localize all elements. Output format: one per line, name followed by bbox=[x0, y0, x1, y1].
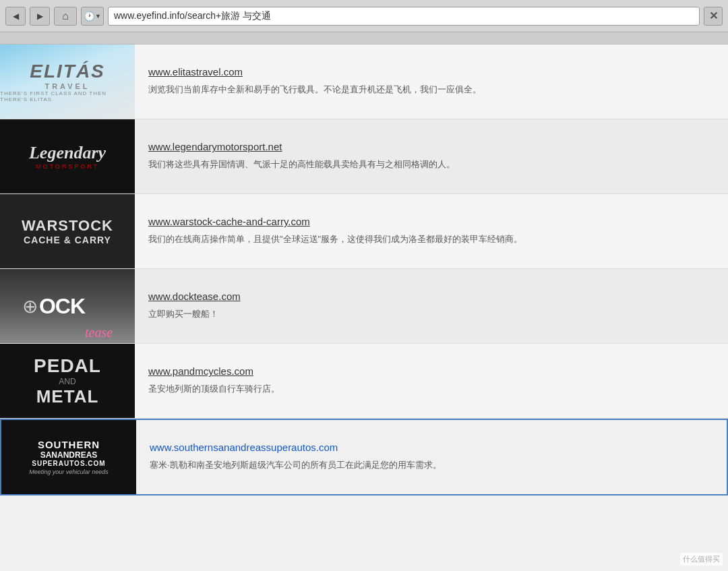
southern-line2: SANANDREAS bbox=[40, 450, 98, 460]
southern-content: www.southernsanandreassuperautos.com 塞米·… bbox=[136, 420, 727, 494]
pedal-text: PEDAL bbox=[34, 355, 101, 377]
elitas-logo-text: ELITÁS bbox=[30, 61, 105, 82]
southern-url[interactable]: www.southernsanandreassuperautos.com bbox=[150, 442, 713, 453]
elitas-desc: 浏览我们当前库存中全新和易手的飞行载具。不论是直升机还是飞机，我们一应俱全。 bbox=[148, 83, 715, 97]
elitas-travel-text: TRAVEL bbox=[44, 82, 90, 90]
logo-docktease: ⊕ OCK tease bbox=[0, 269, 135, 343]
logo-warstock: WARSTOCK CACHE & CARRY bbox=[0, 194, 135, 268]
legendary-desc: 我们将这些具有异国情调、气派十足的高性能载具卖给具有与之相同格调的人。 bbox=[148, 158, 715, 172]
docktease-url[interactable]: www.docktease.com bbox=[148, 291, 715, 302]
elitas-tagline: THERE'S FIRST CLASS AND THEN THERE'S ELI… bbox=[0, 90, 135, 102]
result-warstock: WARSTOCK CACHE & CARRY www.warstock-cach… bbox=[0, 194, 728, 269]
legendary-text: Legendary bbox=[29, 143, 106, 163]
elitas-content: www.elitastravel.com 浏览我们当前库存中全新和易手的飞行载具… bbox=[135, 44, 728, 119]
southern-line3: SUPERAUTOS.COM bbox=[32, 460, 105, 467]
result-legendary: Legendary MOTORSPORT www.legendarymotors… bbox=[0, 119, 728, 194]
dock-icon: ⊕ bbox=[22, 295, 38, 318]
forward-button[interactable]: ▶ bbox=[30, 7, 50, 26]
result-docktease: ⊕ OCK tease www.docktease.com 立即购买一艘船！ bbox=[0, 269, 728, 344]
close-button[interactable]: ✕ bbox=[704, 7, 723, 26]
southern-desc: 塞米·凯勒和南圣安地列斯超级汽车公司的所有员工在此满足您的用车需求。 bbox=[150, 458, 713, 473]
docktease-desc: 立即购买一艘船！ bbox=[148, 307, 715, 322]
pedal-and: AND bbox=[59, 377, 75, 386]
back-button[interactable]: ◀ bbox=[5, 7, 26, 26]
pedal-content: www.pandmcycles.com 圣安地列斯的顶级自行车骑行店。 bbox=[135, 344, 728, 418]
history-dropdown-icon: ▼ bbox=[95, 13, 101, 20]
history-icon: 🕐 bbox=[84, 11, 95, 22]
warstock-content: www.warstock-cache-and-carry.com 我们的在线商店… bbox=[135, 194, 728, 268]
legendary-url[interactable]: www.legendarymotorsport.net bbox=[148, 141, 715, 152]
address-bar[interactable] bbox=[108, 7, 700, 26]
logo-pedal: PEDAL AND METAL bbox=[0, 344, 135, 418]
result-pedal: PEDAL AND METAL www.pandmcycles.com 圣安地列… bbox=[0, 344, 728, 419]
elitas-url[interactable]: www.elitastravel.com bbox=[148, 66, 715, 78]
history-button[interactable]: 🕐 ▼ bbox=[81, 7, 104, 26]
result-southern: SOUTHERN SANANDREAS SUPERAUTOS.COM Meeti… bbox=[0, 419, 728, 495]
legendary-sub: MOTORSPORT bbox=[36, 163, 99, 170]
dock-text: OCK bbox=[39, 294, 85, 319]
logo-legendary: Legendary MOTORSPORT bbox=[0, 119, 135, 193]
legendary-content: www.legendarymotorsport.net 我们将这些具有异国情调、… bbox=[135, 119, 728, 193]
warstock-desc: 我们的在线商店操作简单，且提供"全球运送"服务，这使得我们成为洛圣都最好的装甲车… bbox=[148, 233, 715, 247]
warstock-line1: WARSTOCK bbox=[22, 217, 113, 235]
logo-southern: SOUTHERN SANANDREAS SUPERAUTOS.COM Meeti… bbox=[1, 420, 136, 494]
top-strip bbox=[0, 32, 728, 44]
result-elitas: ELITÁS TRAVEL THERE'S FIRST CLASS AND TH… bbox=[0, 44, 728, 119]
tease-text: tease bbox=[85, 325, 113, 340]
home-button[interactable]: ⌂ bbox=[54, 7, 77, 26]
docktease-content: www.docktease.com 立即购买一艘船！ bbox=[135, 269, 728, 343]
watermark: 什么值得买 bbox=[680, 553, 723, 566]
southern-tagline: Meeting your vehicular needs bbox=[29, 469, 109, 475]
warstock-url[interactable]: www.warstock-cache-and-carry.com bbox=[148, 216, 715, 227]
browser-toolbar: ◀ ▶ ⌂ 🕐 ▼ ✕ bbox=[0, 0, 728, 32]
results-area: ELITÁS TRAVEL THERE'S FIRST CLASS AND TH… bbox=[0, 44, 728, 495]
pedal-desc: 圣安地列斯的顶级自行车骑行店。 bbox=[148, 382, 715, 396]
logo-elitas: ELITÁS TRAVEL THERE'S FIRST CLASS AND TH… bbox=[0, 44, 135, 119]
southern-line1: SOUTHERN bbox=[38, 439, 100, 450]
warstock-line2: CACHE & CARRY bbox=[24, 235, 111, 245]
metal-text: METAL bbox=[36, 386, 99, 407]
pedal-url[interactable]: www.pandmcycles.com bbox=[148, 365, 715, 377]
